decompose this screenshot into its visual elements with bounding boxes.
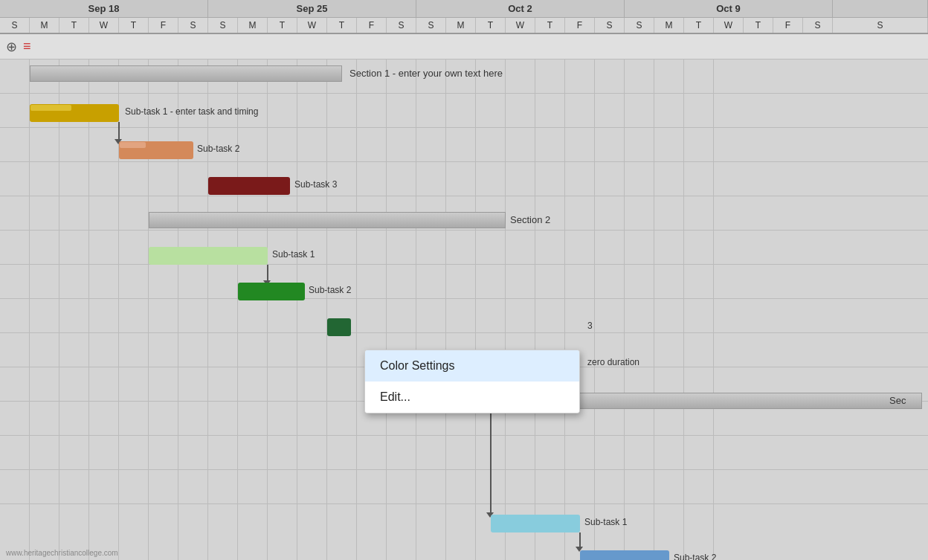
day-cell: S [387,18,416,33]
arrow-line-4 [579,532,581,547]
day-cell: M [654,18,684,33]
day-cell: T [476,18,506,33]
day-cell: M [238,18,268,33]
task-bar-s2-subtask2[interactable] [238,283,305,300]
task-label-s3-subtask1: Sub-task 1 [584,517,627,527]
task-label-s2-subtask1: Sub-task 1 [272,249,315,260]
task-label-subtask3: Sub-task 3 [294,179,337,190]
day-cell: T [327,18,357,33]
watermark: www.heritagechristiancollege.com [6,549,118,557]
day-cell: S [833,18,928,33]
task-bar-s2-subtask1[interactable] [149,247,268,265]
day-cell: T [59,18,89,33]
section1-bar [30,65,342,82]
week-header-row: Sep 18 Sep 25 Oct 2 Oct 9 [0,0,928,18]
task-bar-subtask2-highlight [120,142,146,148]
zero-duration-label: zero duration [587,357,639,367]
task-label-s2-subtask2: Sub-task 2 [309,285,351,295]
day-cell: M [30,18,59,33]
section3-label: Sec [889,395,906,406]
task-bar-s3-subtask2[interactable] [580,550,669,560]
day-cell: T [535,18,565,33]
day-cell: W [506,18,535,33]
day-cell: S [208,18,238,33]
day-cell: T [119,18,149,33]
task-bar-s2-subtask3[interactable] [327,318,351,336]
task-bar-subtask1-highlight [30,105,71,111]
zoom-icon[interactable]: ⊕ [6,39,17,55]
gantt-body: Section 1 - enter your own text here Sub… [0,59,928,560]
day-cell: F [773,18,803,33]
day-cell: S [0,18,30,33]
week-sep18: Sep 18 [0,0,208,17]
day-header-row: S M T W T F S S M T W T F S S M T W T F … [0,18,928,34]
context-menu-item-edit[interactable]: Edit... [365,382,579,413]
day-cell: M [446,18,476,33]
task-label-subtask2: Sub-task 2 [197,144,239,154]
day-cell: W [714,18,744,33]
day-cell: S [595,18,625,33]
day-cell: S [416,18,446,33]
day-cell: F [149,18,178,33]
day-cell: S [625,18,654,33]
arrow-line-2 [267,265,268,281]
row-lines [0,59,928,560]
day-cell: S [803,18,833,33]
week-sep25: Sep 25 [208,0,416,17]
day-cell: W [89,18,119,33]
day-cell: F [357,18,387,33]
toolbar: ⊕ ≡ [0,34,928,59]
filter-icon[interactable]: ≡ [23,39,31,54]
task-label-s2-subtask3: 3 [587,321,593,331]
section2-bar [149,212,506,228]
day-cell: T [684,18,714,33]
task-bar-subtask3[interactable] [208,177,290,195]
day-cell: T [744,18,773,33]
week-oct2: Oct 2 [416,0,625,17]
section2-label: Section 2 [510,214,550,225]
week-oct9: Oct 9 [625,0,833,17]
grid-overlay [0,59,928,560]
task-bar-s3-subtask1[interactable] [491,515,580,532]
task-label-s3-subtask2: Sub-task 2 [674,553,716,560]
week-extra [833,0,928,17]
context-menu: Color Settings Edit... [364,350,580,413]
section1-label: Section 1 - enter your own text here [349,68,503,79]
day-cell: F [565,18,595,33]
day-cell: S [178,18,208,33]
arrow-line-3 [490,409,492,513]
day-cell: W [297,18,327,33]
arrow-line-1 [118,122,120,140]
day-cell: T [268,18,297,33]
task-label-subtask1: Sub-task 1 - enter task and timing [125,106,258,117]
context-menu-item-color-settings[interactable]: Color Settings [365,350,579,382]
